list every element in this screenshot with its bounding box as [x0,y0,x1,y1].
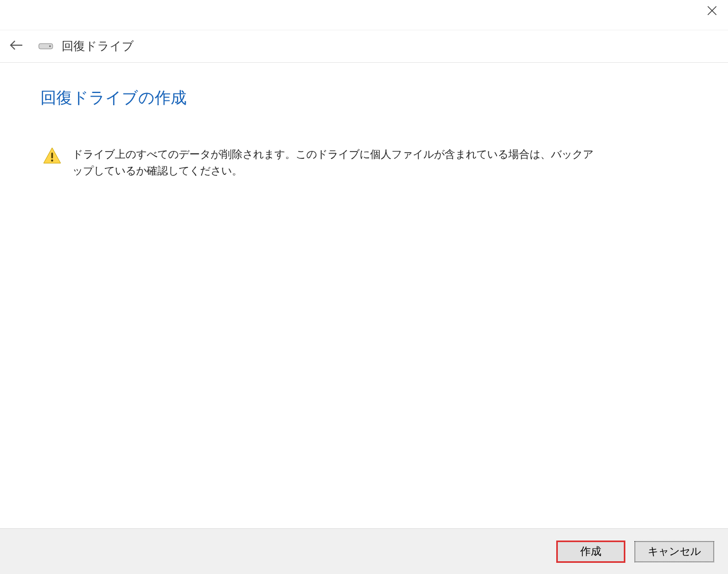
back-arrow-icon [9,40,23,53]
warning-text: ドライブ上のすべてのデータが削除されます。このドライブに個人ファイルが含まれてい… [72,146,599,179]
svg-rect-6 [52,153,53,158]
create-button[interactable]: 作成 [557,541,625,562]
footer-bar: 作成 キャンセル [0,528,728,574]
window-title: 回復ドライブ [62,38,134,54]
page-title: 回復ドライブの作成 [40,87,688,109]
svg-point-4 [49,46,51,47]
back-button[interactable] [6,37,26,56]
header-bar: 回復ドライブ [0,30,728,63]
warning-icon [43,146,62,165]
recovery-drive-wizard: 回復ドライブ 回復ドライブの作成 ドライブ上のすべてのデータが削除されます。この… [0,0,728,574]
svg-point-7 [51,159,53,162]
cancel-button[interactable]: キャンセル [634,541,714,562]
warning-row: ドライブ上のすべてのデータが削除されます。このドライブに個人ファイルが含まれてい… [40,146,688,179]
titlebar [0,0,728,30]
drive-icon [38,41,53,51]
content-area: 回復ドライブの作成 ドライブ上のすべてのデータが削除されます。このドライブに個人… [0,63,728,528]
close-icon [707,5,717,18]
close-button[interactable] [696,0,728,23]
